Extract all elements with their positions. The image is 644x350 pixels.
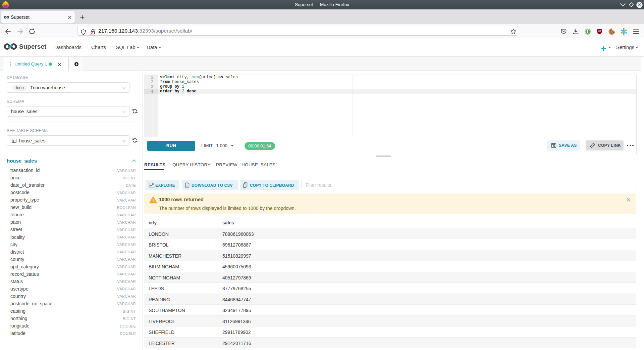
svg-text:UO: UO bbox=[598, 30, 601, 32]
